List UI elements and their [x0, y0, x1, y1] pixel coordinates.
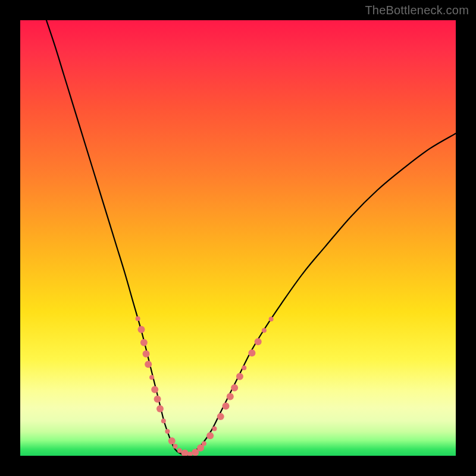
curve-marker	[181, 450, 189, 456]
curve-marker	[154, 396, 161, 403]
curve-marker	[161, 418, 166, 423]
curve-marker	[165, 429, 170, 434]
curve-marker	[168, 437, 176, 444]
curve-marker	[217, 413, 224, 420]
curve-marker	[236, 373, 243, 380]
curve-marker	[138, 326, 145, 333]
curve-marker	[145, 361, 152, 368]
curve-marker	[212, 427, 217, 431]
curve-marker	[231, 384, 238, 392]
curve-marker	[262, 328, 267, 333]
curve-marker	[269, 317, 274, 321]
bottleneck-chart	[20, 20, 456, 456]
watermark-text: TheBottleneck.com	[365, 4, 469, 17]
curve-marker	[255, 338, 262, 345]
curve-marker	[156, 405, 164, 412]
curve-marker	[143, 350, 150, 358]
plot-area	[20, 20, 456, 456]
curve-marker	[206, 432, 214, 439]
curve-marker	[136, 316, 140, 321]
curve-marker	[227, 393, 234, 400]
curve-marker	[151, 386, 158, 393]
curve-marker	[140, 339, 148, 346]
curve-marker	[248, 349, 255, 356]
curve-marker	[173, 444, 178, 449]
curve-marker	[202, 441, 206, 446]
chart-frame: TheBottleneck.com	[0, 0, 476, 476]
curve-marker	[177, 448, 182, 453]
curve-marker	[223, 403, 230, 410]
curve-line	[46, 20, 456, 455]
curve-marker	[149, 375, 154, 380]
curve-marker	[242, 365, 246, 370]
